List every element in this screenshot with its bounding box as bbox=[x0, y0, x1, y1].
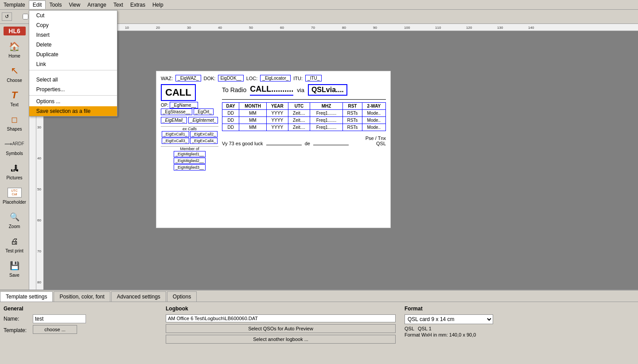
menu-select-all[interactable] bbox=[29, 71, 117, 75]
member-1: _EigMitglied1__ bbox=[174, 151, 206, 157]
sidebar-choose-label: Choose bbox=[7, 78, 22, 83]
via-text: via bbox=[297, 87, 304, 93]
qso-table: DAY MONTH YEAR UTC MHZ RST 2-WAY bbox=[222, 102, 386, 131]
td-utc-1: Zeit.... bbox=[288, 110, 310, 117]
menu-arrange[interactable]: Arrange bbox=[84, 1, 110, 9]
menu-link[interactable]: Link bbox=[29, 59, 117, 69]
td-month-1: MM bbox=[239, 110, 267, 117]
sidebar-item-zoom[interactable]: 🔍 Zoom bbox=[1, 208, 28, 231]
choose-template-btn[interactable]: choose ... bbox=[33, 325, 77, 334]
svg-text:80: 80 bbox=[342, 26, 346, 30]
td-rst-2: RSTs bbox=[343, 117, 362, 124]
menu-properties[interactable]: Select all bbox=[29, 75, 117, 85]
to-radio-row: To Radio CALL.......... via QSLvia.... bbox=[222, 84, 386, 96]
menu-insert[interactable]: Insert bbox=[29, 30, 117, 40]
loc-label: LOC: bbox=[246, 76, 258, 81]
menu-help[interactable]: Help bbox=[149, 1, 167, 9]
tab-options[interactable]: Options bbox=[167, 291, 197, 302]
ex-calls-section: ex Calls _EigExCall1_ _EigExCall2_ _EigE… bbox=[161, 126, 218, 144]
qsl-footer: Vy 73 es good luck de Pse / Tnx QSL bbox=[222, 136, 386, 146]
horizontal-divider bbox=[222, 99, 386, 100]
format-info-row: QSL QSL 1 bbox=[405, 326, 634, 331]
menu-tools[interactable]: Tools bbox=[46, 1, 65, 9]
svg-text:100: 100 bbox=[404, 26, 410, 30]
op-street: _EgStrasse__ bbox=[161, 108, 192, 115]
to-radio-text: To Radio bbox=[222, 86, 246, 93]
waz-label: WAZ: bbox=[161, 76, 173, 81]
sidebar-item-home[interactable]: 🏠 Home bbox=[1, 37, 28, 61]
menu-options[interactable]: Properties... bbox=[29, 85, 117, 94]
qsl-header-row: WAZ: _EigWAZ_ DOK: EigDOK__ LOC: _EigLoc… bbox=[161, 75, 386, 81]
logbook-title: Logbook bbox=[166, 306, 396, 312]
svg-text:80: 80 bbox=[37, 280, 41, 284]
menu-extras[interactable]: Extras bbox=[127, 1, 149, 9]
table-row: DD MM YYYY Zeit.... Freq1....... RSTs Mo… bbox=[222, 124, 386, 131]
tab-template-settings[interactable]: Template settings bbox=[0, 291, 53, 302]
td-rst-1: RSTs bbox=[343, 110, 362, 117]
qsl-left-col: CALL OP: _EgName__ _EgStrasse__ _EgOrt_ … bbox=[161, 84, 218, 170]
menu-cut[interactable]: Cut bbox=[29, 11, 117, 20]
op-city: _EgOrt_ bbox=[194, 108, 214, 115]
bottom-panel: Template settings Position, color, font … bbox=[0, 290, 638, 360]
name-row: Name: bbox=[4, 314, 157, 323]
svg-text:40: 40 bbox=[218, 26, 222, 30]
th-mhz: MHZ bbox=[310, 103, 343, 110]
td-day-3: DD bbox=[222, 124, 239, 131]
menubar: Template Edit Cut Copy Insert Delete Dup… bbox=[0, 0, 638, 10]
td-year-3: YYYY bbox=[266, 124, 288, 131]
menu-view[interactable]: View bbox=[65, 1, 84, 9]
ex-call-2: _EigExCall2_ bbox=[190, 131, 218, 137]
menu-duplicate[interactable]: Duplicate bbox=[29, 50, 117, 59]
select-logbook-btn[interactable]: Select another logbook ... bbox=[166, 335, 396, 344]
rotate-btn[interactable]: ↺ bbox=[2, 12, 12, 21]
svg-text:50: 50 bbox=[37, 187, 41, 191]
sidebar-test-print-label: Test print bbox=[5, 248, 23, 253]
name-input[interactable] bbox=[33, 314, 86, 323]
canvas-with-ruler: 10 20 30 40 50 60 70 80 90 100 110 120 1… bbox=[36, 24, 638, 290]
sidebar-item-placeholder[interactable]: UTCCall Placeholder bbox=[1, 183, 28, 207]
edit-dropdown: Cut Copy Insert Delete Duplicate Link Se… bbox=[29, 10, 117, 116]
footer-de: de bbox=[305, 141, 310, 146]
menu-load-selection[interactable]: Save selection as a file bbox=[29, 106, 117, 116]
format-title: Format bbox=[405, 306, 634, 312]
auto-preview-checkbox[interactable] bbox=[23, 14, 28, 19]
tab-advanced-settings[interactable]: Advanced settings bbox=[111, 291, 166, 302]
svg-text:140: 140 bbox=[528, 26, 534, 30]
ex-call-4: _EigExCall4_ bbox=[190, 138, 218, 144]
ex-calls-label: ex Calls bbox=[161, 127, 218, 131]
th-rst: RST bbox=[343, 103, 362, 110]
th-utc: UTC bbox=[288, 103, 310, 110]
name-label: Name: bbox=[4, 316, 30, 322]
td-mhz-2: Freq1....... bbox=[310, 117, 343, 124]
svg-text:130: 130 bbox=[497, 26, 503, 30]
menu-edit[interactable]: Edit bbox=[29, 0, 46, 9]
footer-qsl: QSL bbox=[366, 141, 386, 146]
format-select[interactable]: QSL card 9 x 14 cmQSL card 10 x 15 cmLet… bbox=[405, 314, 493, 324]
sidebar-item-save[interactable]: 💾 Save bbox=[1, 256, 28, 280]
th-year: YEAR bbox=[266, 103, 288, 110]
member-label: Member of bbox=[161, 147, 218, 151]
menu-save-selection[interactable]: Options ... bbox=[29, 97, 117, 106]
td-2way-2: Mode.. bbox=[362, 117, 385, 124]
sidebar-item-test-print[interactable]: 🖨 Test print bbox=[1, 232, 28, 256]
op-label: OP: bbox=[161, 103, 168, 108]
sidebar-item-symbols[interactable]: ⟿ARDF Symbols bbox=[1, 135, 28, 158]
svg-rect-1 bbox=[36, 24, 612, 31]
tab-position-color-font[interactable]: Position, color, font bbox=[54, 291, 110, 302]
sidebar-item-shapes[interactable]: ◻ Shapes bbox=[1, 110, 28, 134]
svg-text:60: 60 bbox=[280, 26, 284, 30]
member-3: _EigMitglied3__ bbox=[174, 164, 206, 170]
menu-copy[interactable]: Copy bbox=[29, 20, 117, 30]
test-print-icon: 🖨 bbox=[8, 234, 22, 248]
sidebar-item-pictures[interactable]: 🏞 Pictures bbox=[1, 159, 28, 182]
menu-text[interactable]: Text bbox=[110, 1, 127, 9]
canvas[interactable]: WAZ: _EigWAZ_ DOK: EigDOK__ LOC: _EigLoc… bbox=[36, 31, 638, 290]
select-qsos-btn[interactable]: Select QSOs for Auto Preview bbox=[166, 324, 396, 333]
menu-template[interactable]: Template bbox=[0, 1, 29, 9]
sidebar-item-choose[interactable]: ↖ Choose bbox=[1, 62, 28, 85]
menu-delete[interactable]: Delete bbox=[29, 40, 117, 50]
td-month-3: MM bbox=[239, 124, 267, 131]
sidebar-item-text[interactable]: T Text bbox=[1, 86, 28, 109]
sidebar-symbols-label: Symbols bbox=[6, 151, 23, 156]
table-row: DD MM YYYY Zeit.... Freq1....... RSTs Mo… bbox=[222, 117, 386, 124]
